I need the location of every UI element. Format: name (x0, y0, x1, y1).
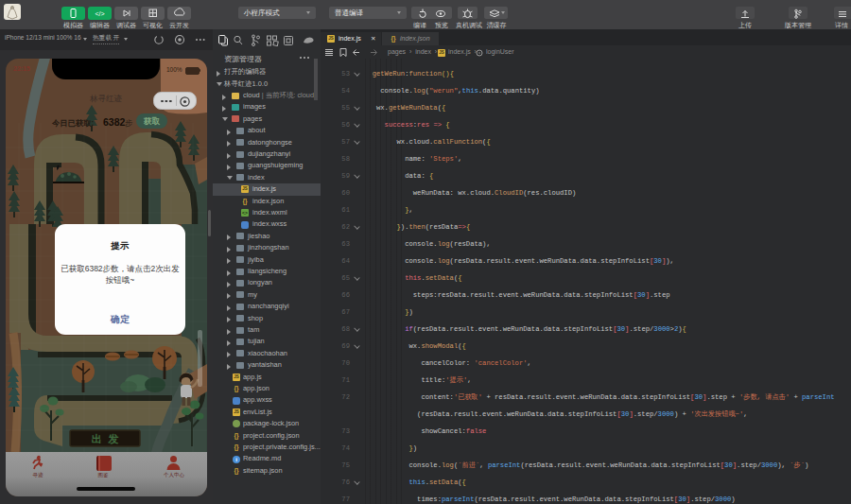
svg-text:</>: </> (95, 10, 104, 17)
